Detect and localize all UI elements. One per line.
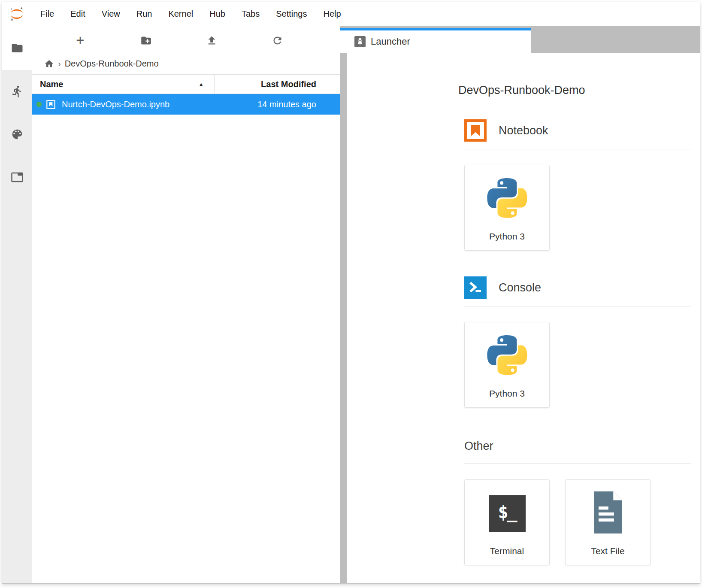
palette-icon <box>11 128 24 141</box>
launcher-card-text-file[interactable]: Text File <box>565 479 651 565</box>
app-body: + › DevOps-Runbook-Demo Name <box>2 26 700 583</box>
sidebar-tab-running-sessions[interactable] <box>2 70 32 113</box>
running-man-icon <box>11 85 24 98</box>
section-label-notebook: Notebook <box>499 124 548 137</box>
console-blue-icon <box>464 276 487 299</box>
terminal-icon: $_ <box>489 495 526 532</box>
menu-bar: FileEditViewRunKernelHubTabsSettingsHelp <box>2 2 700 26</box>
menu-view[interactable]: View <box>94 2 128 26</box>
notebook-file-icon <box>45 99 56 110</box>
tab-launcher-label: Launcher <box>371 36 410 47</box>
file-last-modified: 14 minutes ago <box>257 100 340 109</box>
tab-launcher[interactable]: Launcher <box>340 28 531 53</box>
upload-icon <box>206 35 218 46</box>
plus-icon: + <box>76 34 84 46</box>
sidebar-tab-open-tabs[interactable] <box>2 156 32 199</box>
upload-button[interactable] <box>206 34 218 47</box>
sidebar-tab-command-palette[interactable] <box>2 113 32 156</box>
main-dock: Launcher DevOps-Runbook-Demo Noteboo <box>340 26 700 583</box>
section-divider <box>464 463 691 464</box>
sidebar-tab-filebrowser[interactable] <box>2 26 32 70</box>
file-browser-panel: + › DevOps-Runbook-Demo Name <box>32 26 340 583</box>
launcher-title: DevOps-Runbook-Demo <box>458 83 691 97</box>
text-file-icon <box>590 491 626 533</box>
launcher-section-notebook: Notebook <box>464 119 691 251</box>
menu-edit[interactable]: Edit <box>62 2 93 26</box>
launcher-rocket-icon <box>354 36 366 47</box>
menu-hub[interactable]: Hub <box>201 2 233 26</box>
card-label: Terminal <box>490 546 524 556</box>
breadcrumb-folder[interactable]: DevOps-Runbook-Demo <box>65 59 159 69</box>
notebook-orange-icon <box>464 119 487 142</box>
dock-tab-bar: Launcher <box>340 26 700 53</box>
python-logo-icon <box>487 177 527 219</box>
launcher-card-console-python3[interactable]: Python 3 <box>464 322 550 408</box>
file-row-notebook[interactable]: Nurtch-DevOps-Demo.ipynb 14 minutes ago <box>32 94 340 115</box>
section-label-other: Other <box>464 439 493 453</box>
section-divider <box>464 149 691 149</box>
launcher-card-terminal[interactable]: $_ Terminal <box>464 479 550 565</box>
jupyterlab-window: FileEditViewRunKernelHubTabsSettingsHelp… <box>2 2 700 584</box>
menu-tabs[interactable]: Tabs <box>233 2 268 26</box>
file-name: Nurtch-DevOps-Demo.ipynb <box>62 100 169 109</box>
launcher-section-other: Other $_ Terminal <box>464 439 691 565</box>
refresh-button[interactable] <box>271 34 284 47</box>
breadcrumb: › DevOps-Runbook-Demo <box>32 53 340 74</box>
new-folder-button[interactable] <box>139 34 152 47</box>
menu-file[interactable]: File <box>32 2 62 26</box>
column-header-last-modified[interactable]: Last Modified <box>215 75 340 94</box>
breadcrumb-separator: › <box>58 59 61 69</box>
tabs-icon <box>11 171 24 184</box>
column-header-name[interactable]: Name ▲ <box>32 75 215 94</box>
menu-settings[interactable]: Settings <box>268 2 315 26</box>
launcher-card-notebook-python3[interactable]: Python 3 <box>464 165 550 251</box>
file-list-header: Name ▲ Last Modified <box>32 74 340 94</box>
new-folder-icon <box>140 35 152 46</box>
menu-run[interactable]: Run <box>128 2 160 26</box>
menu-help[interactable]: Help <box>315 2 349 26</box>
section-divider <box>464 306 691 306</box>
section-label-console: Console <box>499 281 541 294</box>
card-label: Text File <box>591 546 624 556</box>
file-browser-toolbar: + <box>32 26 340 53</box>
launcher-panel: DevOps-Runbook-Demo Notebook <box>347 53 700 583</box>
python-logo-icon <box>487 334 527 376</box>
menu-kernel[interactable]: Kernel <box>160 2 201 26</box>
new-launcher-button[interactable]: + <box>74 34 87 47</box>
jupyter-logo <box>8 6 25 23</box>
activity-bar <box>2 26 32 583</box>
home-icon[interactable] <box>44 59 54 69</box>
launcher-section-console: Console <box>464 276 691 408</box>
kernel-running-dot <box>36 102 42 107</box>
card-label: Python 3 <box>489 388 525 399</box>
card-label: Python 3 <box>489 231 525 242</box>
refresh-icon <box>272 35 283 46</box>
sort-ascending-icon: ▲ <box>198 81 204 88</box>
folder-icon <box>11 42 24 55</box>
menu-items: FileEditViewRunKernelHubTabsSettingsHelp <box>32 2 349 26</box>
